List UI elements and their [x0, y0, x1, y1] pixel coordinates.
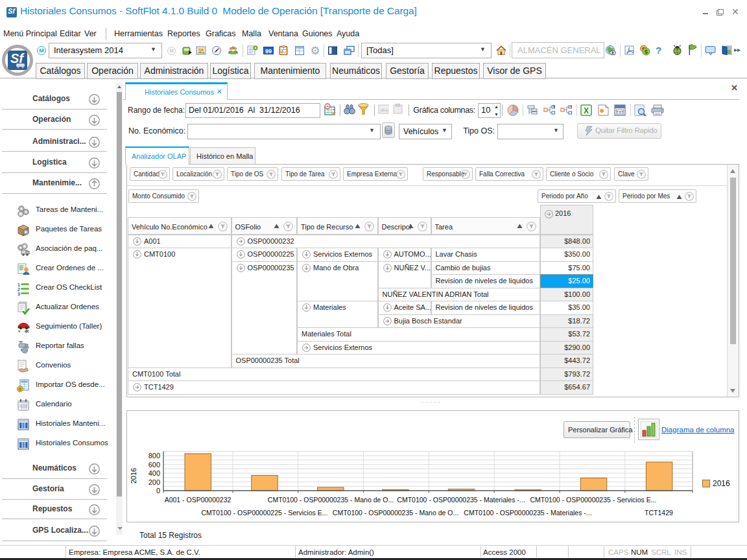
svg-text:A001 - OSP00000232: A001 - OSP00000232	[165, 496, 231, 504]
svg-text:CMT0100 - OSP00000235 - Mano d: CMT0100 - OSP00000235 - Mano de O...	[268, 496, 394, 504]
svg-text:0: 0	[156, 487, 160, 495]
svg-text:TCT1429: TCT1429	[645, 509, 673, 517]
svg-text:CMT0100 - OSP00000235 - Materi: CMT0100 - OSP00000235 - Materiales -...	[464, 509, 591, 517]
svg-text:0: 0	[19, 387, 21, 391]
svg-text:CMT0100 - OSP00000235 - Mano d: CMT0100 - OSP00000235 - Mano de O...	[333, 509, 458, 517]
svg-text:2016: 2016	[713, 479, 730, 488]
svg-text:$: $	[645, 49, 648, 55]
svg-text:X: X	[584, 106, 589, 115]
svg-text:600: 600	[148, 461, 160, 469]
svg-text:800: 800	[148, 452, 160, 460]
svg-text:2016: 2016	[130, 468, 137, 484]
svg-text:3: 3	[18, 292, 20, 296]
svg-text:400: 400	[148, 469, 160, 477]
svg-text:CMT0100 - OSP00000225 - Servic: CMT0100 - OSP00000225 - Servicios E...	[202, 509, 328, 517]
svg-text:1: 1	[18, 283, 20, 287]
svg-text:200: 200	[148, 478, 160, 486]
svg-text:2: 2	[18, 287, 20, 292]
svg-text:99: 99	[265, 48, 272, 54]
svg-text:TXT: TXT	[617, 110, 624, 114]
svg-text:⚙: ⚙	[310, 45, 320, 56]
svg-text:CMT0100 - OSP00000235 - Materi: CMT0100 - OSP00000235 - Materiales -...	[397, 496, 525, 504]
svg-text:CMT0100 - OSP00000235 - Servic: CMT0100 - OSP00000235 - Servicios E...	[530, 496, 657, 504]
